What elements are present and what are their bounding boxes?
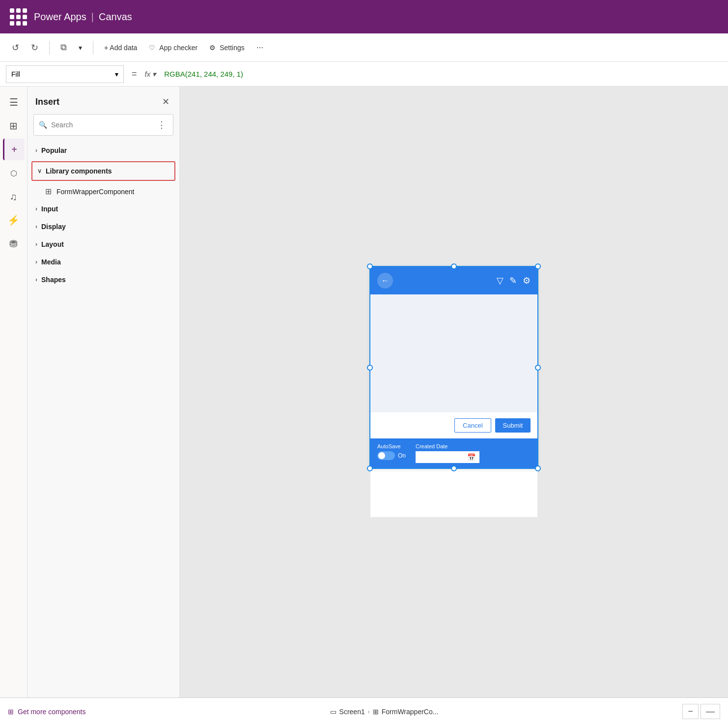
ellipsis-icon: ⋯ bbox=[256, 44, 263, 52]
property-selector[interactable]: Fill ▾ bbox=[6, 65, 124, 83]
settings-button[interactable]: ⚙ Settings bbox=[205, 42, 249, 54]
copy-button[interactable]: ⧉ bbox=[56, 40, 71, 55]
insert-panel-header: Insert ✕ bbox=[28, 87, 179, 114]
form-body bbox=[370, 294, 537, 412]
equals-sign: = bbox=[128, 69, 141, 79]
gear-icon: ⚙ bbox=[209, 44, 216, 52]
search-input[interactable] bbox=[51, 121, 151, 129]
breadcrumb: ▭ Screen1 › ⊞ FormWrapperCo... bbox=[330, 708, 439, 716]
panel-item-display[interactable]: › Display bbox=[28, 218, 179, 235]
handle-middle-right[interactable] bbox=[535, 365, 541, 371]
undo-icon: ↺ bbox=[12, 42, 19, 53]
undo-button[interactable]: ↺ bbox=[8, 40, 23, 55]
panel-item-media[interactable]: › Media bbox=[28, 253, 179, 271]
fx-chevron-icon: ▾ bbox=[152, 70, 156, 79]
panel-item-library-components[interactable]: ∨ Library components bbox=[32, 162, 174, 180]
get-more-components[interactable]: ⊞ Get more components bbox=[8, 708, 86, 716]
redo-icon: ↻ bbox=[31, 42, 38, 53]
component-icon: ⊞ bbox=[45, 187, 52, 196]
lightning-icon: ⚡ bbox=[7, 214, 20, 226]
toggle-on-label: On bbox=[398, 452, 406, 459]
insert-panel: Insert ✕ 🔍 ⋮ › Popular ∨ Library compone… bbox=[28, 87, 180, 697]
sidebar-item-add[interactable]: + bbox=[3, 139, 25, 160]
selected-component-wrapper: ← ▽ ✎ ⚙ Cancel Submit bbox=[370, 267, 537, 468]
formula-input[interactable]: RGBA(241, 244, 249, 1) bbox=[160, 70, 243, 78]
icon-bar: ☰ ⊞ + ⬡ ♫ ⚡ ⛃ bbox=[0, 87, 28, 697]
form-back-button[interactable]: ← bbox=[377, 273, 393, 289]
canvas-white-area bbox=[370, 468, 537, 517]
edit-icon[interactable]: ✎ bbox=[509, 275, 517, 286]
variables-icon: ⛃ bbox=[9, 238, 18, 250]
canvas-area[interactable]: ← ▽ ✎ ⚙ Cancel Submit bbox=[180, 87, 728, 697]
insert-panel-title: Insert bbox=[35, 97, 59, 107]
calendar-icon: 📅 bbox=[467, 453, 476, 461]
sidebar-item-tools[interactable]: ⚡ bbox=[3, 209, 25, 231]
app-title: Power Apps | Canvas bbox=[34, 11, 132, 23]
chevron-right-icon-display: › bbox=[35, 223, 37, 230]
toolbar: ↺ ↻ ⧉ ▾ + Add data ♡ App checker ⚙ Setti… bbox=[0, 33, 728, 62]
form-bottom-bar: AutoSave On Created Date bbox=[370, 438, 537, 468]
redo-button[interactable]: ↻ bbox=[27, 40, 42, 55]
chevron-right-icon: › bbox=[35, 147, 37, 154]
copy-dropdown[interactable]: ▾ bbox=[75, 42, 86, 54]
panel-item-form-wrapper[interactable]: ⊞ FormWrapperComponent bbox=[28, 183, 179, 200]
layers-icon: ⊞ bbox=[9, 120, 18, 132]
form-header: ← ▽ ✎ ⚙ bbox=[370, 267, 537, 294]
fx-button[interactable]: fx ▾ bbox=[145, 70, 157, 79]
filter-icon[interactable]: ▽ bbox=[497, 275, 504, 286]
status-bar: ⊞ Get more components ▭ Screen1 › ⊞ Form… bbox=[0, 697, 728, 725]
search-more-button[interactable]: ⋮ bbox=[155, 117, 168, 132]
handle-top-left[interactable] bbox=[367, 263, 373, 269]
sidebar-item-variables[interactable]: ⛃ bbox=[3, 233, 25, 255]
form-header-icons: ▽ ✎ ⚙ bbox=[497, 275, 531, 286]
media-icon: ♫ bbox=[10, 191, 17, 203]
heart-icon: ♡ bbox=[149, 44, 155, 52]
autosave-toggle[interactable] bbox=[377, 451, 395, 460]
sidebar-item-menu[interactable]: ☰ bbox=[3, 91, 25, 113]
handle-bottom-right[interactable] bbox=[535, 465, 541, 471]
chevron-right-icon-input: › bbox=[35, 205, 37, 212]
handle-middle-left[interactable] bbox=[367, 365, 373, 371]
more-button[interactable]: ⋯ bbox=[252, 42, 267, 54]
sidebar-item-media[interactable]: ♫ bbox=[3, 186, 25, 207]
main-area: ☰ ⊞ + ⬡ ♫ ⚡ ⛃ Insert ✕ 🔍 ⋮ bbox=[0, 87, 728, 697]
submit-button[interactable]: Submit bbox=[495, 418, 531, 433]
panel-item-popular[interactable]: › Popular bbox=[28, 142, 179, 159]
screen-label[interactable]: Screen1 bbox=[339, 708, 365, 716]
search-icon: 🔍 bbox=[39, 121, 47, 129]
created-date-group: Created Date 📅 bbox=[416, 443, 479, 463]
created-date-input[interactable]: 📅 bbox=[416, 451, 479, 463]
add-data-button[interactable]: + Add data bbox=[100, 42, 141, 54]
top-bar: Power Apps | Canvas bbox=[0, 0, 728, 33]
components-icon: ⊞ bbox=[8, 708, 14, 716]
close-panel-button[interactable]: ✕ bbox=[160, 94, 171, 109]
selector-chevron-icon: ▾ bbox=[115, 70, 118, 78]
panel-item-layout[interactable]: › Layout bbox=[28, 235, 179, 253]
app-launcher[interactable] bbox=[10, 8, 27, 26]
settings-form-icon[interactable]: ⚙ bbox=[523, 275, 531, 286]
toolbar-divider-1 bbox=[49, 41, 50, 55]
panel-list: › Popular ∨ Library components ⊞ FormWra… bbox=[28, 142, 179, 697]
app-checker-button[interactable]: ♡ App checker bbox=[145, 42, 201, 54]
panel-item-input[interactable]: › Input bbox=[28, 200, 179, 218]
zoom-out-button[interactable]: − bbox=[682, 704, 699, 719]
formula-bar: Fill ▾ = fx ▾ RGBA(241, 244, 249, 1) bbox=[0, 62, 728, 87]
component-label[interactable]: FormWrapperCo... bbox=[382, 708, 439, 716]
handle-bottom-center[interactable] bbox=[451, 465, 457, 471]
handle-bottom-left[interactable] bbox=[367, 465, 373, 471]
screen-icon: ▭ bbox=[330, 708, 336, 716]
autosave-label: AutoSave bbox=[377, 443, 406, 449]
chevron-right-icon-shapes: › bbox=[35, 276, 37, 283]
toggle-thumb bbox=[378, 452, 385, 459]
handle-top-right[interactable] bbox=[535, 263, 541, 269]
handle-top-center[interactable] bbox=[451, 263, 457, 269]
add-icon: + bbox=[11, 144, 17, 155]
panel-item-shapes[interactable]: › Shapes bbox=[28, 271, 179, 289]
sidebar-item-data[interactable]: ⬡ bbox=[3, 162, 25, 184]
created-date-label: Created Date bbox=[416, 443, 479, 449]
form-wrapper-component[interactable]: ← ▽ ✎ ⚙ Cancel Submit bbox=[370, 267, 537, 468]
component-icon-status: ⊞ bbox=[373, 708, 379, 716]
cancel-button[interactable]: Cancel bbox=[454, 418, 491, 433]
zoom-in-button[interactable]: — bbox=[700, 704, 720, 719]
sidebar-item-layers[interactable]: ⊞ bbox=[3, 115, 25, 137]
